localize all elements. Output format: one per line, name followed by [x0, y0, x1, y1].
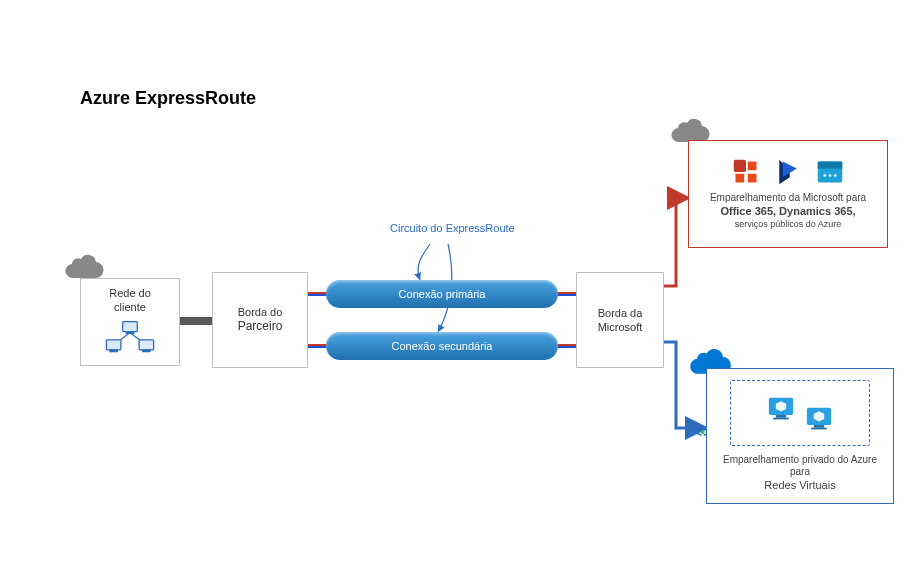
- circuit-label: Circuito do ExpressRoute: [390, 222, 515, 234]
- ms-peering-icons: [732, 158, 844, 186]
- vm-icon: [805, 406, 833, 432]
- svg-rect-20: [773, 417, 789, 419]
- svg-rect-3: [126, 332, 133, 334]
- svg-rect-22: [814, 425, 824, 428]
- partner-edge-box: Borda do Parceiro: [212, 272, 308, 368]
- vm-icon: [767, 396, 795, 422]
- svg-rect-6: [139, 340, 154, 350]
- svg-rect-23: [811, 427, 827, 429]
- az-peering-line2: Redes Virtuais: [758, 479, 841, 493]
- partner-label-2: Parceiro: [238, 319, 283, 335]
- svg-rect-2: [123, 322, 138, 332]
- microsoft-peering-box: Emparelhamento da Microsoft para Office …: [688, 140, 888, 248]
- vnet-dashed-container: [730, 380, 870, 446]
- svg-point-16: [829, 174, 832, 177]
- msedge-label-1: Borda da: [598, 306, 643, 320]
- svg-rect-7: [143, 350, 150, 352]
- client-label-1: Rede do: [109, 286, 151, 300]
- ms-peering-line2: Office 365, Dynamics 365,: [720, 205, 855, 217]
- svg-rect-14: [818, 162, 843, 169]
- network-icon: [102, 318, 158, 358]
- svg-rect-9: [748, 162, 757, 171]
- svg-point-17: [834, 174, 837, 177]
- office-icon: [732, 158, 760, 186]
- browser-icon: [816, 158, 844, 186]
- partner-label-1: Borda do: [238, 305, 283, 319]
- svg-rect-11: [748, 174, 757, 183]
- ms-peering-line3: serviços públicos do Azure: [729, 219, 848, 230]
- client-network-box: Rede do cliente: [80, 278, 180, 366]
- ms-peering-line1: Emparelhamento da Microsoft para: [704, 192, 872, 205]
- diagram-canvas: Azure ExpressRoute Circuito do ExpressRo…: [0, 0, 920, 576]
- msedge-label-2: Microsoft: [598, 320, 643, 334]
- svg-point-15: [823, 174, 826, 177]
- svg-rect-19: [776, 415, 786, 418]
- svg-rect-10: [736, 174, 745, 183]
- connector-client-partner: [180, 317, 212, 325]
- azure-private-peering-box: Emparelhamento privado do Azure para Red…: [706, 368, 894, 504]
- az-peering-line1: Emparelhamento privado do Azure para: [707, 454, 893, 479]
- pipe-secondary: Conexão secundária: [326, 332, 558, 360]
- pipe-primary: Conexão primária: [326, 280, 558, 308]
- svg-rect-12: [734, 160, 746, 172]
- dynamics-icon: [774, 158, 802, 186]
- svg-rect-5: [110, 350, 117, 352]
- page-title: Azure ExpressRoute: [80, 88, 256, 109]
- svg-rect-4: [106, 340, 121, 350]
- microsoft-edge-box: Borda da Microsoft: [576, 272, 664, 368]
- client-label-2: cliente: [114, 300, 146, 314]
